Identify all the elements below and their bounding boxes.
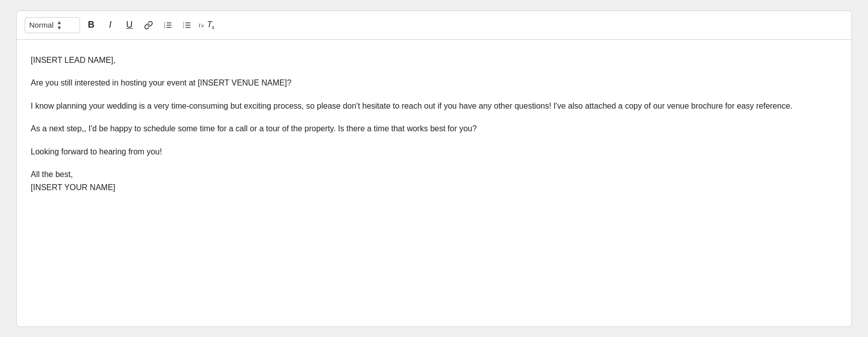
paragraph-3: I know planning your wedding is a very t… — [31, 100, 837, 113]
clear-format-label: Tx — [207, 20, 214, 30]
link-icon — [144, 21, 153, 30]
svg-text:I: I — [198, 22, 201, 28]
toolbar: Normal ▲ ▼ B I U — [17, 11, 851, 40]
paragraph-6: All the best, [INSERT YOUR NAME] — [31, 168, 837, 194]
content-area[interactable]: [INSERT LEAD NAME], Are you still intere… — [17, 40, 851, 326]
unordered-list-icon — [182, 21, 191, 30]
name-placeholder: [INSERT YOUR NAME] — [31, 183, 115, 192]
unordered-list-button[interactable] — [179, 17, 195, 33]
closing-text: All the best, — [31, 170, 73, 179]
italic-label: I — [109, 20, 111, 30]
svg-point-9 — [183, 22, 184, 23]
italic-button[interactable]: I — [102, 17, 118, 33]
editor-container: Normal ▲ ▼ B I U — [16, 11, 852, 327]
ordered-list-icon: 1. 2. 3. — [163, 21, 172, 30]
clear-format-icon: I x — [198, 21, 207, 30]
svg-text:x: x — [201, 22, 204, 28]
clear-format-button[interactable]: I x Tx — [198, 17, 214, 33]
underline-button[interactable]: U — [121, 17, 137, 33]
style-label: Normal — [29, 21, 53, 29]
svg-text:3.: 3. — [164, 26, 166, 29]
svg-point-10 — [183, 25, 184, 26]
style-selector[interactable]: Normal ▲ ▼ — [25, 17, 80, 33]
paragraph-4: As a next step,, I'd be happy to schedul… — [31, 122, 837, 135]
bold-button[interactable]: B — [83, 17, 99, 33]
svg-point-11 — [183, 27, 184, 28]
paragraph-2: Are you still interested in hosting your… — [31, 76, 837, 90]
bold-label: B — [88, 20, 95, 30]
link-button[interactable] — [140, 17, 157, 33]
underline-label: U — [126, 20, 133, 30]
style-arrows: ▲ ▼ — [56, 20, 62, 31]
paragraph-5: Looking forward to hearing from you! — [31, 145, 837, 158]
paragraph-1: [INSERT LEAD NAME], — [31, 54, 837, 67]
ordered-list-button[interactable]: 1. 2. 3. — [160, 17, 176, 33]
